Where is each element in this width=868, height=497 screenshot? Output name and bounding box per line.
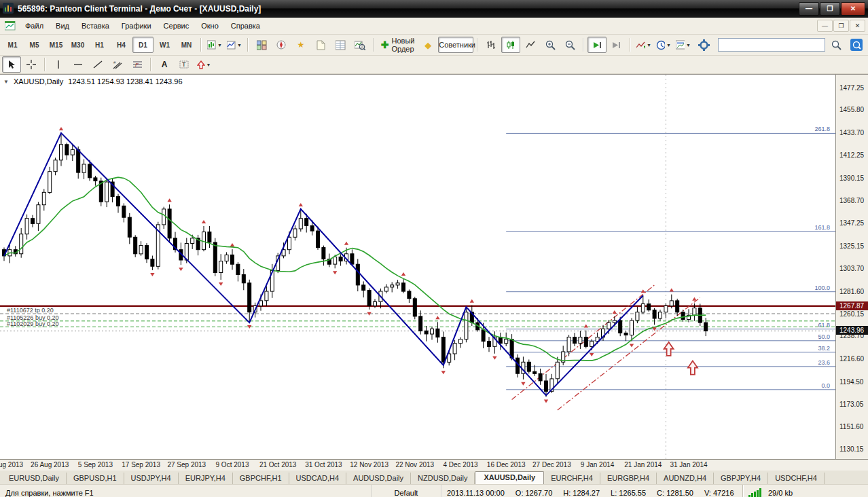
templates-menu-button[interactable]: ▼ bbox=[674, 37, 693, 53]
tab-USDJPY,H4[interactable]: USDJPY,H4 bbox=[124, 473, 179, 484]
bar-chart-icon[interactable] bbox=[482, 37, 501, 53]
menu-Графики[interactable]: Графики bbox=[115, 18, 158, 34]
crosshair-icon[interactable] bbox=[22, 56, 41, 73]
restore-button[interactable]: ❐ bbox=[820, 2, 840, 16]
child-close-icon[interactable]: ✕ bbox=[850, 20, 865, 32]
price-scale[interactable]: 1477.251455.801433.701412.251390.151368.… bbox=[835, 75, 868, 459]
time-axis-label: 27 Dec 2013 bbox=[526, 461, 577, 468]
chart-ohlc-label: ▼ XAUUSD,Daily 1243.51 1254.93 1238.41 1… bbox=[3, 77, 183, 86]
channel-icon[interactable]: # bbox=[108, 56, 127, 73]
tab-EURJPY,H4[interactable]: EURJPY,H4 bbox=[179, 473, 233, 484]
price-axis-label: 1281.60 bbox=[839, 288, 864, 295]
periods-button[interactable]: ▼ bbox=[654, 37, 673, 53]
tab-NZDUSD,Daily[interactable]: NZDUSD,Daily bbox=[411, 473, 475, 484]
menu-Файл[interactable]: Файл bbox=[19, 18, 50, 34]
separator bbox=[630, 38, 631, 52]
minimize-button[interactable]: — bbox=[799, 2, 819, 16]
price-axis-label: 1216.60 bbox=[839, 355, 864, 363]
status-volume: V: 47216 bbox=[704, 489, 734, 497]
templates-icon[interactable] bbox=[311, 37, 330, 53]
timeframe-MN[interactable]: MN bbox=[176, 37, 197, 53]
timeframe-D1[interactable]: D1 bbox=[132, 37, 153, 53]
tab-USDCAD,H4[interactable]: USDCAD,H4 bbox=[289, 473, 347, 484]
text-icon[interactable]: A bbox=[155, 56, 174, 73]
status-close: C: 1281.50 bbox=[657, 489, 693, 497]
timeframe-H4[interactable]: H4 bbox=[111, 37, 132, 53]
main-toolbar: M1M5M15M30H1H4D1W1MN ▼ ▼ ★ ✚ Н bbox=[0, 35, 868, 56]
time-axis-label: 21 Jan 2014 bbox=[618, 461, 668, 468]
candlestick-chart-icon[interactable] bbox=[501, 37, 520, 53]
text-label-icon[interactable]: T bbox=[175, 56, 194, 73]
market-watch-icon[interactable] bbox=[252, 37, 271, 53]
timeframe-W1[interactable]: W1 bbox=[154, 37, 175, 53]
search-input[interactable] bbox=[718, 38, 825, 52]
fibonacci-icon[interactable]: F bbox=[128, 56, 147, 73]
timeframe-M5[interactable]: M5 bbox=[24, 37, 45, 53]
chevron-down-icon: ▼ bbox=[217, 43, 222, 48]
trendline-icon[interactable] bbox=[88, 56, 107, 73]
indicators-button[interactable]: ▼ bbox=[634, 37, 653, 53]
data-window-icon[interactable] bbox=[331, 37, 350, 53]
horizontal-line-icon[interactable] bbox=[69, 56, 88, 73]
tab-GBPUSD,H1[interactable]: GBPUSD,H1 bbox=[67, 473, 124, 484]
chart-canvas[interactable]: 261.8161.8100.061.850.038.223.60.0#11106… bbox=[0, 75, 835, 459]
tab-AUDUSD,Daily[interactable]: AUDUSD,Daily bbox=[346, 473, 411, 484]
close-button[interactable]: ✕ bbox=[841, 2, 865, 16]
cursor-icon[interactable] bbox=[2, 56, 21, 73]
tab-GBPCHF,H1[interactable]: GBPCHF,H1 bbox=[233, 473, 289, 484]
svg-text:50.0: 50.0 bbox=[818, 333, 830, 340]
auto-scroll-icon[interactable] bbox=[587, 37, 607, 53]
timeframe-M15[interactable]: M15 bbox=[46, 37, 67, 53]
time-axis-label: 12 Nov 2013 bbox=[344, 461, 395, 468]
new-order-button[interactable]: ✚ Новый Ордер bbox=[378, 37, 418, 53]
chart-shift-icon[interactable] bbox=[607, 37, 626, 53]
title-bar: 565896: Panteon Client Terminal - Демо С… bbox=[0, 0, 868, 18]
profiles-button[interactable]: ▼ bbox=[225, 37, 244, 53]
menu-Вид[interactable]: Вид bbox=[50, 18, 75, 34]
menu-Справка[interactable]: Справка bbox=[225, 18, 266, 34]
child-minimize-icon[interactable]: — bbox=[817, 20, 833, 32]
tab-EURGBP,H4[interactable]: EURGBP,H4 bbox=[600, 473, 657, 484]
time-axis-label: 5 Sep 2013 bbox=[70, 461, 120, 468]
menu-Окно[interactable]: Окно bbox=[195, 18, 225, 34]
ohlc-toggle-icon[interactable]: ▼ bbox=[3, 79, 9, 85]
metaeditor-icon[interactable]: ◆ bbox=[418, 37, 437, 53]
child-restore-icon[interactable]: ❐ bbox=[833, 20, 849, 32]
tab-EURCHF,H4[interactable]: EURCHF,H4 bbox=[544, 473, 600, 484]
svg-text:#1102029 buy 0.20: #1102029 buy 0.20 bbox=[7, 320, 58, 327]
time-scale[interactable]: 14 Aug 201326 Aug 20135 Sep 201317 Sep 2… bbox=[0, 459, 868, 471]
window-title: 565896: Panteon Client Terminal - Демо С… bbox=[18, 4, 799, 14]
arrow-objects-button[interactable]: ▼ bbox=[194, 56, 213, 73]
tab-GBPJPY,H4[interactable]: GBPJPY,H4 bbox=[714, 473, 768, 484]
separator bbox=[373, 38, 374, 52]
timeframe-M1[interactable]: M1 bbox=[2, 37, 23, 53]
zoom-in-icon[interactable] bbox=[541, 37, 560, 53]
tab-XAUUSD,Daily[interactable]: XAUUSD,Daily bbox=[475, 471, 544, 484]
chevron-down-icon: ▼ bbox=[686, 43, 691, 48]
svg-text:0.0: 0.0 bbox=[821, 382, 830, 389]
timeframe-M30[interactable]: M30 bbox=[67, 37, 88, 53]
timeframe-H1[interactable]: H1 bbox=[89, 37, 110, 53]
navigator-icon[interactable] bbox=[272, 37, 291, 53]
search-icon[interactable] bbox=[827, 37, 846, 53]
time-axis-label: 31 Jan 2014 bbox=[664, 461, 714, 468]
svg-text:261.8: 261.8 bbox=[814, 126, 830, 132]
tab-EURUSD,Daily[interactable]: EURUSD,Daily bbox=[2, 473, 67, 484]
strategy-tester-icon[interactable] bbox=[350, 37, 369, 53]
settings-gear-icon[interactable] bbox=[694, 37, 713, 53]
svg-text:23.6: 23.6 bbox=[818, 359, 830, 366]
status-profile[interactable]: Default bbox=[372, 485, 441, 497]
tab-AUDNZD,H4[interactable]: AUDNZD,H4 bbox=[657, 473, 714, 484]
time-axis-label: 4 Dec 2013 bbox=[435, 461, 486, 468]
community-button[interactable] bbox=[847, 37, 866, 53]
expert-advisors-button[interactable]: Советники bbox=[438, 37, 473, 53]
vertical-line-icon[interactable] bbox=[49, 56, 68, 73]
new-chart-button[interactable]: ▼ bbox=[205, 37, 224, 53]
price-axis-label: 1347.25 bbox=[839, 219, 864, 227]
favorites-icon[interactable]: ★ bbox=[291, 37, 310, 53]
line-chart-icon[interactable] bbox=[521, 37, 540, 53]
menu-Сервис[interactable]: Сервис bbox=[158, 18, 196, 34]
menu-Вставка[interactable]: Вставка bbox=[75, 18, 115, 34]
tab-USDCHF,H4[interactable]: USDCHF,H4 bbox=[768, 473, 825, 484]
zoom-out-icon[interactable] bbox=[560, 37, 579, 53]
